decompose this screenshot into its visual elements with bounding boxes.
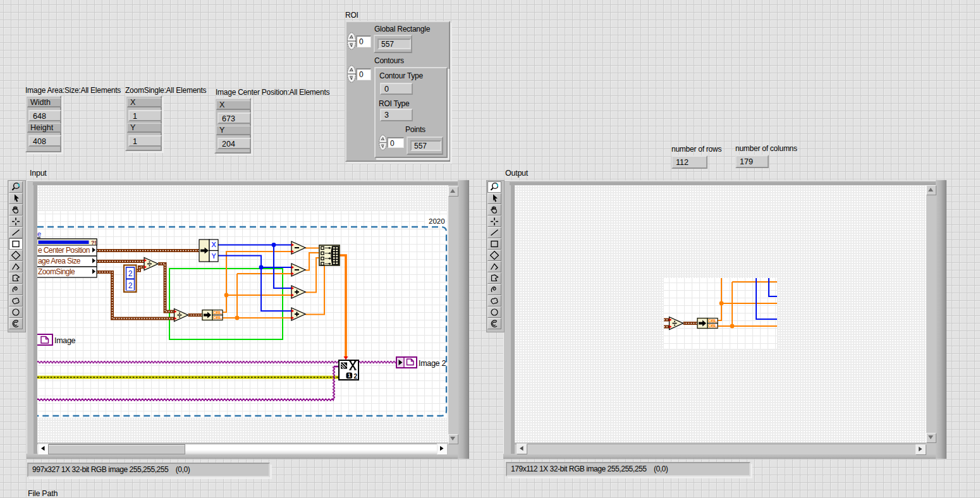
svg-text:ZoomSingle: ZoomSingle (38, 267, 75, 276)
svg-text:2: 2 (128, 269, 133, 278)
svg-text:2: 2 (128, 281, 133, 290)
svg-text:e: e (37, 230, 41, 238)
svg-text:1: 1 (348, 372, 351, 379)
svg-text:2020: 2020 (429, 217, 445, 225)
svg-text:Y: Y (211, 252, 216, 260)
svg-text:DBL: DBL (708, 323, 717, 329)
svg-text:age Area Size: age Area Size (38, 257, 81, 265)
svg-text:X: X (211, 241, 216, 248)
svg-text:DBL: DBL (213, 315, 222, 320)
svg-text:2: 2 (354, 373, 358, 380)
svg-text:?!: ?! (91, 240, 97, 246)
svg-text:Image 2: Image 2 (419, 359, 446, 368)
svg-text:Image: Image (54, 336, 76, 345)
svg-text:e Center Position: e Center Position (38, 246, 90, 255)
